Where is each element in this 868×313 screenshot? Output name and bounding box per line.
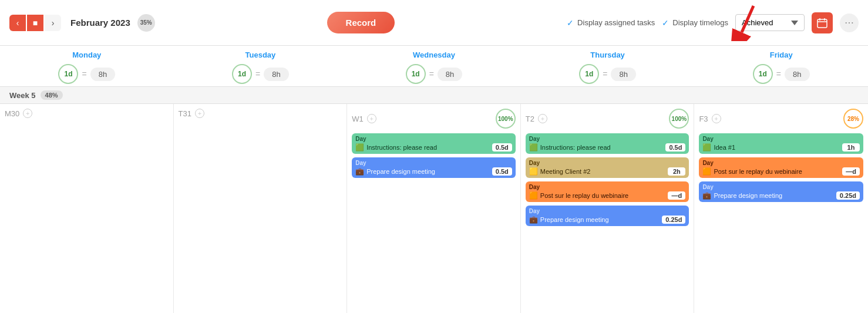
- day-name-wednesday: Wednesday: [347, 51, 521, 59]
- task-f3-3-icon: 💼: [702, 191, 711, 200]
- task-f3-1-icon: 🟩: [702, 143, 711, 152]
- week-label: Week 5: [9, 91, 36, 100]
- task-t2-4-label: Day: [529, 208, 686, 214]
- task-t2-2-label: Day: [529, 160, 686, 166]
- toolbar: ‹ ■ › February 2023 35% Record ✓ Display…: [0, 0, 868, 46]
- check-assigned-icon: ✓: [567, 18, 574, 28]
- achieved-select[interactable]: Achieved Not Achieved All: [735, 14, 805, 31]
- day-header-monday: Monday 1d = 8h: [0, 51, 174, 84]
- task-t2-2-time: 2h: [668, 167, 685, 176]
- task-f3-1[interactable]: Day 🟩 Idea #1 1h: [699, 133, 863, 154]
- nav-calendar-button[interactable]: ■: [27, 15, 43, 31]
- nav-arrows: ‹ ■ ›: [9, 15, 61, 31]
- cal-day-t2-num: T2: [526, 115, 534, 123]
- day-header-tuesday: Tuesday 1d = 8h: [174, 51, 348, 84]
- day-header-wednesday: Wednesday 1d = 8h: [347, 51, 521, 84]
- task-f3-2-label: Day: [702, 160, 860, 166]
- eq-thursday: =: [603, 69, 607, 79]
- display-assigned-tasks-toggle[interactable]: ✓ Display assigned tasks: [567, 18, 655, 28]
- add-task-m30[interactable]: +: [23, 109, 32, 118]
- task-t2-3-icon: 🟧: [529, 191, 538, 200]
- day-unit-wednesday: 1d: [406, 64, 426, 84]
- hours-thursday: 8h: [611, 68, 635, 81]
- week-row: Week 5 48%: [0, 87, 868, 104]
- task-w1-2-icon: 💼: [355, 167, 364, 176]
- task-f3-2-time: —d: [842, 167, 860, 176]
- cal-day-t31-num: T31: [179, 109, 191, 118]
- calendar-view-button[interactable]: [812, 12, 833, 33]
- add-task-t31[interactable]: +: [195, 109, 204, 118]
- task-f3-1-title: Idea #1: [714, 144, 840, 151]
- task-w1-1[interactable]: Day 🟩 Instructions: please read 0.5d: [352, 133, 516, 154]
- cal-day-m30-header: M30 +: [5, 109, 169, 118]
- day-unit-friday: 1d: [753, 64, 773, 84]
- month-label: February 2023: [70, 18, 130, 28]
- task-w1-2-label: Day: [355, 160, 512, 166]
- cal-day-m30-num: M30: [5, 109, 19, 118]
- task-w1-2-title: Prepare design meeting: [366, 168, 490, 175]
- add-task-f3[interactable]: +: [712, 114, 721, 123]
- more-options-button[interactable]: ⋯: [840, 14, 859, 32]
- cal-day-t2-header: T2 + 100%: [526, 109, 689, 129]
- task-w1-2[interactable]: Day 💼 Prepare design meeting 0.5d: [352, 157, 516, 178]
- cal-day-w1: W1 + 100% Day 🟩 Instructions: please rea…: [347, 104, 521, 313]
- task-f3-1-time: 1h: [842, 143, 860, 152]
- eq-friday: =: [776, 69, 781, 79]
- cal-day-t2: T2 + 100% Day 🟩 Instructions: please rea…: [521, 104, 695, 313]
- eq-wednesday: =: [429, 69, 434, 79]
- day-name-tuesday: Tuesday: [174, 51, 348, 59]
- task-t2-4[interactable]: Day 💼 Prepare design meeting 0.25d: [526, 206, 689, 226]
- cal-day-w1-header: W1 + 100%: [352, 109, 516, 129]
- day-header-friday: Friday 1d = 8h: [694, 51, 868, 84]
- hours-friday: 8h: [785, 68, 809, 81]
- task-w1-1-title: Instructions: please read: [366, 144, 490, 151]
- task-f3-3[interactable]: Day 💼 Prepare design meeting 0.25d: [699, 181, 863, 202]
- eq-monday: =: [82, 69, 86, 79]
- day-name-friday: Friday: [694, 51, 868, 59]
- nav-left-button[interactable]: ‹: [9, 15, 26, 31]
- calendar-grid: M30 + T31 + W1 + 100% Day 🟩 Instructions…: [0, 104, 868, 313]
- display-timelogs-toggle[interactable]: ✓ Display timelogs: [662, 18, 728, 28]
- check-timelogs-icon: ✓: [662, 18, 669, 28]
- cal-day-m30: M30 +: [0, 104, 174, 313]
- record-button[interactable]: Record: [327, 12, 395, 33]
- task-t2-1[interactable]: Day 🟩 Instructions: please read 0.5d: [526, 133, 689, 154]
- task-f3-1-label: Day: [702, 136, 860, 142]
- task-w1-1-label: Day: [355, 136, 512, 142]
- svg-rect-2: [817, 19, 827, 28]
- t2-pct: 100%: [669, 109, 689, 129]
- hours-tuesday: 8h: [264, 68, 288, 81]
- add-task-w1[interactable]: +: [367, 114, 376, 123]
- task-w1-1-time: 0.5d: [492, 143, 512, 152]
- cal-day-t31: T31 +: [174, 104, 348, 313]
- nav-right-button[interactable]: ›: [45, 15, 61, 31]
- task-w1-2-time: 0.5d: [492, 167, 512, 176]
- eq-tuesday: =: [255, 69, 260, 79]
- task-t2-1-label: Day: [529, 136, 686, 142]
- hours-wednesday: 8h: [438, 68, 462, 81]
- task-w1-1-icon: 🟩: [355, 143, 364, 152]
- task-f3-2[interactable]: Day 🟧 Post sur le replay du webinaire —d: [699, 157, 863, 178]
- cal-day-f3: F3 + 28% Day 🟩 Idea #1 1h Day 🟧 Post sur…: [694, 104, 868, 313]
- w1-pct: 100%: [496, 109, 516, 129]
- task-f3-2-title: Post sur le replay du webinaire: [714, 168, 840, 175]
- task-t2-3[interactable]: Day 🟧 Post sur le replay du webinaire —d: [526, 181, 689, 202]
- task-t2-4-title: Prepare design meeting: [540, 216, 660, 223]
- cal-day-f3-header: F3 + 28%: [699, 109, 863, 129]
- cal-day-f3-num: F3: [699, 115, 708, 123]
- add-task-t2[interactable]: +: [538, 114, 547, 123]
- task-t2-2[interactable]: Day 🟨 Meeting Client #2 2h: [526, 157, 689, 178]
- task-t2-1-time: 0.5d: [665, 143, 685, 152]
- day-name-monday: Monday: [0, 51, 174, 59]
- cal-day-t31-header: T31 +: [179, 109, 342, 118]
- display-timelogs-label: Display timelogs: [672, 18, 728, 27]
- day-headers: Monday 1d = 8h Tuesday 1d = 8h Wednesday…: [0, 46, 868, 87]
- task-f3-3-time: 0.25d: [836, 191, 860, 200]
- task-t2-2-title: Meeting Client #2: [540, 168, 666, 175]
- day-name-thursday: Thursday: [521, 51, 695, 59]
- month-progress-badge: 35%: [137, 14, 155, 32]
- week-pct-badge: 48%: [41, 90, 63, 100]
- cal-day-w1-num: W1: [352, 115, 364, 123]
- day-unit-tuesday: 1d: [232, 64, 252, 84]
- hours-monday: 8h: [90, 68, 115, 81]
